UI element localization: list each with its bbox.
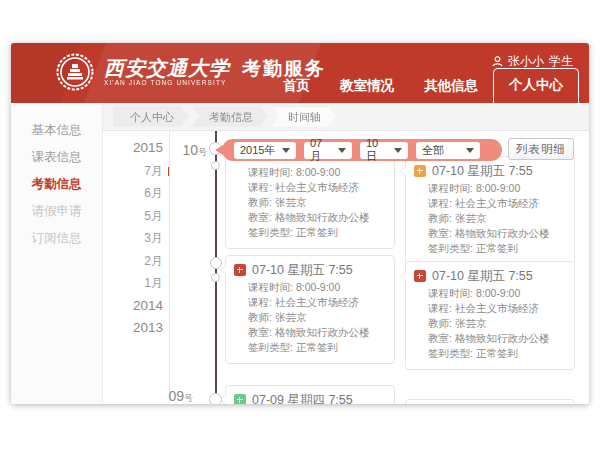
scale-year-2013[interactable]: 2013 [107, 317, 163, 340]
card-date: 07-10 星期五 7:55 [432, 268, 533, 285]
month-select[interactable]: 07月 [304, 142, 352, 159]
breadcrumb-attendance-info[interactable]: 考勤信息 [192, 107, 268, 127]
field-label: 课程时间: [428, 287, 473, 299]
sidebar-item-subscription-info[interactable]: 订阅信息 [11, 225, 102, 252]
sidebar-item-schedule-info[interactable]: 课表信息 [11, 144, 102, 171]
logo-text: 西安交通大学 XI'AN JIAO TONG UNIVERSITY [104, 57, 230, 87]
field-label: 课程时间: [248, 166, 293, 178]
scale-month-3[interactable]: 3月 [107, 227, 163, 250]
signin-status-icon [414, 270, 426, 282]
attendance-card[interactable]: 07-10 星期五 7:55 课程时间:8:00-9:00 课程:社会主义市场经… [225, 255, 395, 364]
timeline-node-small [211, 161, 220, 170]
screenshot-canvas: 西安交通大学 XI'AN JIAO TONG UNIVERSITY 考勤服务 张… [0, 0, 600, 450]
attendance-card[interactable]: 07-10 星期五 7:55 课程时间:8:00-9:00 课程:社会主义市场经… [405, 261, 575, 370]
card-field-room: 教室:格物致知行政办公楼 [234, 325, 386, 340]
card-field-sign-type: 签到类型:正常签到 [414, 241, 566, 256]
card-header: 07-10 星期五 7:55 [414, 266, 566, 286]
scale-month-1[interactable]: 1月 [107, 272, 163, 295]
year-select[interactable]: 2015年 [234, 142, 296, 159]
card-field-sign-type: 签到类型:正常签到 [414, 346, 566, 361]
university-logo-icon [55, 52, 95, 92]
field-value: 张芸京 [275, 311, 307, 323]
field-label: 教师: [248, 196, 272, 208]
field-value: 张芸京 [455, 212, 487, 224]
sidebar-item-attendance-info[interactable]: 考勤信息 [11, 171, 102, 198]
scale-year-2015[interactable]: 2015 [107, 137, 163, 160]
timeline-node-large [209, 393, 222, 404]
attendance-card[interactable]: 07-09 星期四 7:55 [225, 385, 395, 404]
field-label: 课程: [428, 197, 452, 209]
field-label: 教室: [428, 227, 452, 239]
chevron-down-icon [466, 148, 474, 153]
field-value: 社会主义市场经济 [275, 296, 359, 308]
nav-classrooms[interactable]: 教室情况 [325, 69, 409, 103]
field-value: 格物致知行政办公楼 [275, 326, 370, 338]
field-value: 正常签到 [296, 226, 338, 238]
card-field-room: 教室:格物致知行政办公楼 [234, 210, 386, 225]
scale-divider-line [169, 131, 170, 404]
chevron-down-icon [282, 148, 290, 153]
card-date: 07-10 星期五 7:55 [432, 163, 533, 180]
scale-month-7[interactable]: 7月 [107, 160, 163, 183]
field-value: 正常签到 [476, 347, 518, 359]
attendance-card[interactable]: 07-10 星期五 7:55 课程时间:8:00-9:00 课程:社会主义市场经… [405, 156, 575, 265]
field-label: 教室: [248, 211, 272, 223]
app-header: 西安交通大学 XI'AN JIAO TONG UNIVERSITY 考勤服务 张… [11, 43, 589, 103]
card-field-course: 课程:社会主义市场经济 [234, 295, 386, 310]
field-label: 教室: [248, 326, 272, 338]
field-value: 格物致知行政办公楼 [455, 332, 550, 344]
field-label: 教师: [428, 317, 452, 329]
day-label-09: 09号 [157, 388, 193, 404]
card-field-sign-type: 签到类型:正常签到 [234, 340, 386, 355]
nav-personal-center[interactable]: 个人中心 [493, 68, 579, 103]
scale-year-2014[interactable]: 2014 [107, 295, 163, 318]
sidebar-item-leave-request[interactable]: 请假申请 [11, 198, 102, 225]
scale-month-6[interactable]: 6月 [107, 182, 163, 205]
card-field-room: 教室:格物致知行政办公楼 [414, 226, 566, 241]
card-field-teacher: 教师:张芸京 [414, 316, 566, 331]
card-field-course-time: 课程时间:8:00-9:00 [234, 280, 386, 295]
field-value: 正常签到 [296, 341, 338, 353]
card-field-course-time: 课程时间:8:00-9:00 [414, 286, 566, 301]
breadcrumb-personal-center[interactable]: 个人中心 [113, 107, 189, 127]
field-label: 签到类型: [248, 341, 293, 353]
card-field-room: 教室:格物致知行政办公楼 [414, 331, 566, 346]
sidebar-item-basic-info[interactable]: 基本信息 [11, 117, 102, 144]
timeline-node-small [211, 273, 220, 282]
card-date: 07-09 星期四 7:55 [252, 392, 353, 405]
nav-other-info[interactable]: 其他信息 [409, 69, 493, 103]
field-label: 教室: [428, 332, 452, 344]
signin-status-icon [234, 264, 246, 276]
field-value: 8:00-9:00 [476, 182, 520, 194]
field-value: 张芸京 [275, 196, 307, 208]
chevron-down-icon [394, 148, 402, 153]
sidebar: 基本信息 课表信息 考勤信息 请假申请 订阅信息 [11, 103, 103, 404]
field-value: 张芸京 [455, 317, 487, 329]
field-label: 课程: [248, 296, 272, 308]
field-label: 教师: [248, 311, 272, 323]
field-label: 课程时间: [428, 182, 473, 194]
card-field-course: 课程:社会主义市场经济 [414, 301, 566, 316]
attendance-card-partial[interactable] [405, 399, 575, 404]
type-select[interactable]: 全部 [416, 142, 480, 159]
card-field-course-time: 课程时间:8:00-9:00 [234, 165, 386, 180]
field-value: 正常签到 [476, 242, 518, 254]
field-label: 签到类型: [248, 226, 293, 238]
day-select[interactable]: 10日 [360, 142, 408, 159]
list-detail-button[interactable]: 列表明细 [508, 138, 574, 160]
nav-home[interactable]: 首页 [268, 69, 325, 103]
breadcrumb-timeline[interactable]: 时间轴 [271, 107, 336, 127]
scale-month-5[interactable]: 5月 [107, 205, 163, 228]
scale-month-7-label: 7月 [144, 164, 163, 178]
day-number: 10 [182, 142, 198, 158]
card-field-teacher: 教师:张芸京 [234, 195, 386, 210]
field-value: 8:00-9:00 [296, 166, 340, 178]
timeline-scale: 2015 7月 6月 5月 3月 2月 1月 2014 2013 [107, 137, 163, 340]
year-select-value: 2015年 [240, 143, 275, 158]
card-field-sign-type: 签到类型:正常签到 [234, 225, 386, 240]
timeline-node-large [210, 257, 222, 269]
main-nav: 首页 教室情况 其他信息 个人中心 [268, 68, 579, 103]
scale-month-2[interactable]: 2月 [107, 250, 163, 273]
filter-bar: 2015年 07月 10日 全部 [222, 139, 502, 161]
field-value: 社会主义市场经济 [275, 181, 359, 193]
